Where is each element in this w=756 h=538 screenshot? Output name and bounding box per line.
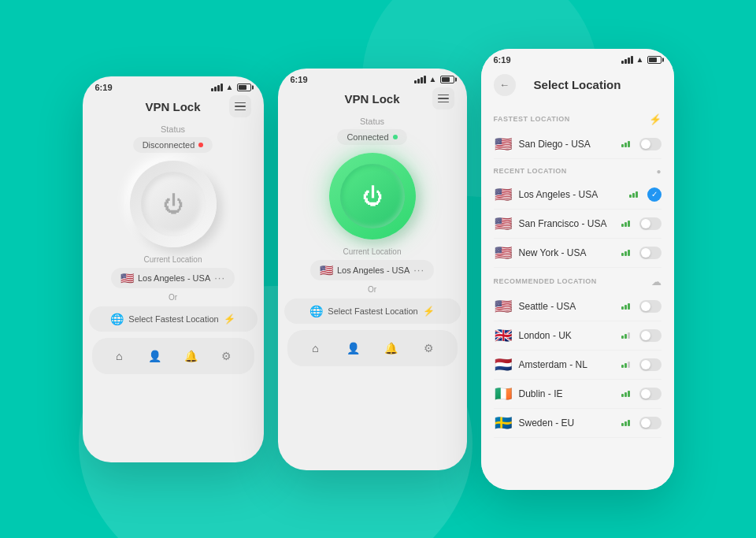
location-badge-2[interactable]: 🇺🇸 Los Angeles - USA ···: [310, 260, 434, 280]
status-icons-2: ▲: [414, 75, 454, 83]
signal-ny: [621, 250, 630, 256]
menu-line: [438, 102, 449, 103]
signal-london: [621, 332, 630, 339]
bolt-section-icon: ⚡: [649, 113, 662, 125]
signal-bar: [628, 58, 630, 64]
section-fastest: FASTEST LOCATION ⚡: [494, 113, 662, 125]
menu-line: [235, 106, 246, 107]
battery-fill-3: [649, 58, 658, 62]
list-item[interactable]: 🇬🇧 London - UK: [494, 321, 662, 351]
list-item[interactable]: 🇮🇪 Dublin - IE: [494, 380, 662, 409]
status-time-1: 6:19: [95, 83, 113, 92]
back-button[interactable]: ←: [494, 74, 516, 96]
list-item[interactable]: 🇺🇸 Seattle - USA: [494, 292, 662, 321]
nav-user-2[interactable]: 👤: [342, 336, 365, 360]
toggle-amsterdam[interactable]: [639, 358, 662, 371]
signal-dublin: [621, 391, 630, 397]
menu-line: [235, 109, 246, 111]
bottom-nav-2: ⌂ 👤 🔔 ⚙: [287, 330, 458, 366]
flag-sf: 🇺🇸: [494, 215, 513, 232]
menu-button-2[interactable]: [432, 87, 454, 109]
list-item[interactable]: 🇳🇱 Amsterdam - NL: [494, 351, 662, 380]
signal-bar: [628, 332, 630, 339]
list-item[interactable]: 🇺🇸 San Francisco - USA: [494, 210, 662, 239]
phone-connected: 6:19 ▲ VPN Lock: [278, 69, 467, 470]
toggle-ny[interactable]: [639, 247, 662, 259]
list-item[interactable]: 🇸🇪 Sweden - EU: [494, 409, 662, 438]
signal-bar: [621, 336, 624, 339]
signal-bars-1: [211, 83, 223, 91]
power-button-outer-2[interactable]: ⏻: [329, 153, 416, 239]
signal-bar: [628, 221, 630, 227]
wifi-icon-1: ▲: [226, 83, 234, 91]
signal-bar: [621, 253, 624, 256]
signal-bar: [628, 141, 630, 147]
back-arrow-icon: ←: [499, 79, 510, 91]
signal-sf: [621, 221, 630, 227]
signal-bar: [214, 87, 217, 91]
location-screen: 6:19 ▲ ←: [481, 49, 674, 490]
status-dot-disconnected: [198, 143, 203, 147]
dots-menu-2[interactable]: ···: [413, 264, 424, 276]
fastest-location-button-2[interactable]: 🌐 Select Fastest Location ⚡: [284, 299, 461, 324]
power-symbol-2: ⏻: [362, 186, 383, 206]
toggle-sweden[interactable]: [639, 417, 662, 429]
signal-bar: [628, 420, 630, 426]
name-sf: San Francisco - USA: [519, 218, 615, 229]
nav-home-1[interactable]: ⌂: [107, 344, 131, 368]
status-bar-2: 6:19 ▲: [278, 69, 467, 87]
flag-sweden: 🇸🇪: [494, 414, 513, 432]
phone-title-2: VPN Lock: [344, 92, 399, 106]
phone-title-1: VPN Lock: [145, 100, 200, 113]
location-flag-2: 🇺🇸: [320, 264, 333, 276]
flag-ny: 🇺🇸: [494, 244, 513, 262]
signal-bar: [220, 83, 223, 91]
nav-user-1[interactable]: 👤: [143, 344, 167, 368]
signal-bar: [621, 365, 624, 368]
battery-icon-3: [647, 56, 662, 64]
power-button-inner-1[interactable]: ⏻: [141, 172, 206, 236]
section-recommended: RECOMMENDED LOCATION ☁: [494, 276, 662, 288]
battery-fill-1: [239, 85, 247, 90]
signal-bar: [621, 224, 624, 227]
location-badge-1[interactable]: 🇺🇸 Los Angeles - USA ···: [111, 268, 235, 288]
list-item[interactable]: 🇺🇸 New York - USA: [494, 239, 662, 268]
signal-bar: [624, 421, 627, 426]
list-item[interactable]: 🇺🇸 San Diego - USA: [494, 130, 662, 159]
name-la: Los Angeles - USA: [519, 189, 623, 200]
nav-bell-2[interactable]: 🔔: [380, 336, 403, 360]
fastest-location-button-1[interactable]: 🌐 Select Fastest Location ⚡: [89, 306, 258, 332]
signal-bars-2: [414, 76, 426, 83]
toggle-seattle[interactable]: [639, 300, 662, 313]
flag-san-diego: 🇺🇸: [494, 135, 513, 153]
location-screen-title: Select Location: [534, 78, 621, 91]
signal-bar: [621, 144, 624, 147]
menu-line: [235, 102, 246, 104]
toggle-london[interactable]: [639, 329, 662, 342]
flag-la: 🇺🇸: [494, 186, 513, 203]
list-item[interactable]: 🇺🇸 Los Angeles - USA ✓: [494, 180, 662, 210]
status-time-3: 6:19: [494, 55, 511, 65]
battery-icon-1: [237, 83, 251, 91]
name-sweden: Sweden - EU: [519, 417, 615, 429]
location-flag-1: 🇺🇸: [120, 272, 134, 284]
signal-bar: [628, 391, 630, 397]
toggle-dublin[interactable]: [639, 388, 662, 400]
power-button-inner-2[interactable]: ⏻: [340, 164, 405, 228]
cloud-section-icon: ☁: [651, 276, 662, 288]
status-text-2: Connected: [346, 132, 388, 142]
signal-bar: [211, 88, 213, 91]
phone-location-select: 6:19 ▲ ←: [481, 49, 674, 490]
menu-button-1[interactable]: [229, 95, 251, 117]
phones-container: 6:19 ▲ VPN Lock: [83, 49, 674, 490]
dots-menu-1[interactable]: ···: [214, 272, 225, 284]
current-location-label-1: Current Location: [83, 255, 264, 264]
nav-home-2[interactable]: ⌂: [304, 336, 328, 360]
toggle-sf[interactable]: [639, 217, 662, 230]
flag-seattle: 🇺🇸: [494, 298, 513, 315]
power-button-outer-1[interactable]: ⏻: [130, 161, 217, 247]
nav-gear-2[interactable]: ⚙: [417, 336, 441, 360]
toggle-san-diego[interactable]: [639, 138, 662, 150]
nav-gear-1[interactable]: ⚙: [215, 344, 239, 368]
nav-bell-1[interactable]: 🔔: [179, 344, 202, 368]
